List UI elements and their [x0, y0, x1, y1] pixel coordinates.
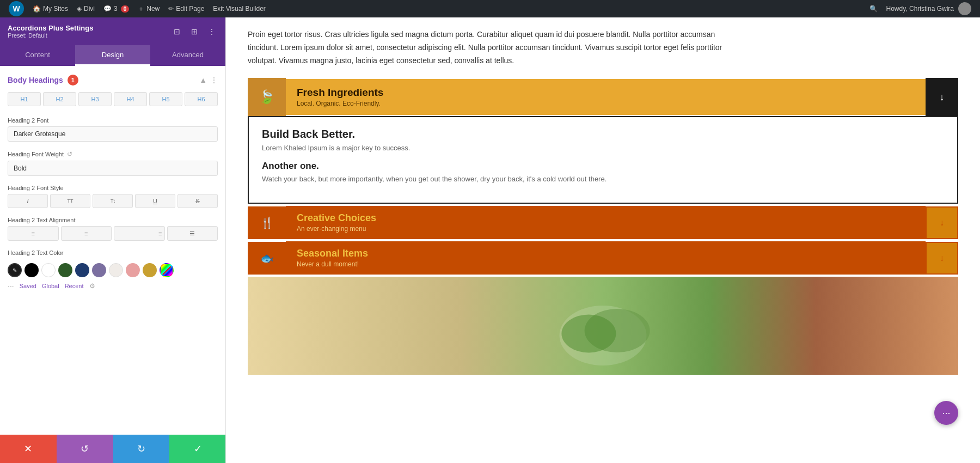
- section-actions: ▲ ⋮: [199, 76, 218, 84]
- align-center-button[interactable]: ≡: [61, 226, 112, 241]
- all-caps-button[interactable]: TT: [50, 194, 90, 208]
- heading2-font-weight-select[interactable]: Bold: [8, 161, 218, 176]
- h1-button[interactable]: H1: [8, 92, 41, 106]
- heading2-text-color-group: Heading 2 Text Color: [0, 245, 225, 256]
- italic-button[interactable]: I: [8, 194, 48, 208]
- comment-icon: 💬: [103, 5, 112, 13]
- page-content-area: Proin eget tortor risus. Cras ultricies …: [226, 17, 980, 386]
- accordion-icon-fresh: 🍃: [248, 78, 286, 116]
- wordpress-logo[interactable]: W: [4, 0, 28, 17]
- floating-options-button[interactable]: ···: [934, 401, 958, 425]
- accordion-body-text1: Lorem Khaled Ipsum is a major key to suc…: [262, 144, 944, 152]
- accordion-header-creative[interactable]: 🍴 Creative Choices An ever-changing menu…: [248, 206, 958, 239]
- settings-icon[interactable]: ⚙: [89, 282, 95, 290]
- cancel-button[interactable]: ✕: [0, 435, 57, 463]
- accordion-body-fresh: Build Back Better. Lorem Khaled Ipsum is…: [248, 116, 958, 204]
- accordion-header-fresh[interactable]: 🍃 Fresh Ingredients Local. Organic. Eco-…: [248, 78, 958, 116]
- pencil-icon: ✏: [168, 5, 174, 13]
- h4-button[interactable]: H4: [114, 92, 147, 106]
- settings-panel: Accordions Plus Settings Preset: Default…: [0, 17, 226, 463]
- swatch-pink[interactable]: [126, 263, 140, 277]
- align-left-button[interactable]: ≡: [8, 226, 59, 241]
- swatch-white[interactable]: [41, 263, 56, 277]
- h3-button[interactable]: H3: [78, 92, 112, 106]
- heading2-font-style-label: Heading 2 Font Style: [8, 185, 218, 191]
- align-justify-button[interactable]: ☰: [167, 226, 218, 241]
- search-link[interactable]: 🔍: [865, 0, 882, 17]
- body-headings-title: Body Headings 1: [8, 75, 78, 86]
- section-more-icon[interactable]: ⋮: [210, 76, 218, 84]
- accordion-seasonal-items: 🐟 Seasonal Items Never a dull moment! ↓: [248, 241, 958, 275]
- swatch-gold[interactable]: [143, 263, 157, 277]
- tab-design[interactable]: Design: [75, 45, 150, 66]
- accordion-toggle-fresh[interactable]: ↓: [926, 78, 958, 116]
- layout-icon[interactable]: ⊞: [188, 26, 200, 38]
- h6-button[interactable]: H6: [185, 92, 218, 106]
- admin-bar: W 🏠 My Sites ◈ Divi 💬 3 0 ＋ New ✏ Edit P…: [0, 0, 980, 17]
- plus-icon: ＋: [138, 4, 144, 14]
- accordion-title-fresh: Fresh Ingredients: [297, 87, 915, 99]
- style-buttons: I TT Tt U S: [8, 194, 218, 208]
- food-image-svg: [248, 277, 958, 375]
- tab-advanced[interactable]: Advanced: [150, 45, 225, 66]
- my-sites-link[interactable]: 🏠 My Sites: [28, 0, 72, 17]
- swatch-light[interactable]: [109, 263, 123, 277]
- global-label[interactable]: Global: [42, 283, 59, 289]
- h5-button[interactable]: H5: [149, 92, 182, 106]
- underline-button[interactable]: U: [135, 194, 175, 208]
- panel-preset: Preset: Default: [8, 32, 93, 39]
- admin-bar-right: 🔍 Howdy, Christina Gwira: [865, 0, 976, 17]
- dots-circle-icon: ···: [942, 407, 950, 419]
- accordion-fresh-ingredients: 🍃 Fresh Ingredients Local. Organic. Eco-…: [248, 78, 958, 204]
- swatch-purple[interactable]: [92, 263, 106, 277]
- recent-label[interactable]: Recent: [65, 283, 84, 289]
- color-picker-button[interactable]: ✎: [8, 263, 22, 277]
- new-link[interactable]: ＋ New: [133, 0, 164, 17]
- swatch-rainbow[interactable]: [160, 263, 174, 277]
- save-button[interactable]: ✓: [169, 435, 226, 463]
- title-case-button[interactable]: Tt: [93, 194, 133, 208]
- more-icon[interactable]: ⋮: [206, 26, 218, 38]
- comments-link[interactable]: 💬 3 0: [99, 0, 133, 17]
- divi-link[interactable]: ◈ Divi: [72, 0, 99, 17]
- swatch-dark-blue[interactable]: [75, 263, 89, 277]
- more-dots-icon[interactable]: ···: [8, 282, 14, 290]
- accordion-header-seasonal[interactable]: 🐟 Seasonal Items Never a dull moment! ↓: [248, 241, 958, 275]
- accordion-title-creative: Creative Choices: [297, 212, 915, 224]
- accordion-subtitle-creative: An ever-changing menu: [297, 225, 915, 233]
- search-icon: 🔍: [869, 5, 878, 13]
- accordion-toggle-seasonal[interactable]: ↓: [926, 242, 958, 275]
- align-right-button[interactable]: ≡: [114, 226, 165, 241]
- align-left-icon: ≡: [32, 230, 35, 237]
- panel-title: Accordions Plus Settings: [8, 24, 93, 32]
- page-preview: Proin eget tortor risus. Cras ultricies …: [226, 17, 980, 463]
- panel-header-icons: ⊡ ⊞ ⋮: [171, 26, 218, 38]
- font-weight-reset-icon[interactable]: ↺: [67, 150, 72, 158]
- heading2-font-select[interactable]: Darker Grotesque: [8, 126, 218, 142]
- edit-page-link[interactable]: ✏ Edit Page: [164, 0, 209, 17]
- swatch-black[interactable]: [24, 263, 39, 277]
- accordion-toggle-creative[interactable]: ↓: [926, 206, 958, 239]
- tab-content[interactable]: Content: [0, 45, 75, 66]
- comment-count-badge: 0: [121, 5, 130, 13]
- exit-visual-builder-link[interactable]: Exit Visual Builder: [209, 0, 270, 17]
- svg-point-3: [561, 315, 616, 353]
- strikethrough-button[interactable]: S: [177, 194, 218, 208]
- accordion-subtitle-seasonal: Never a dull moment!: [297, 260, 915, 268]
- redo-button[interactable]: ↻: [113, 435, 170, 463]
- heading2-text-color-label: Heading 2 Text Color: [8, 249, 218, 256]
- undo-button[interactable]: ↺: [57, 435, 113, 463]
- align-justify-icon: ☰: [189, 230, 195, 236]
- align-buttons: ≡ ≡ ≡ ☰: [8, 226, 218, 241]
- howdy-user[interactable]: Howdy, Christina Gwira: [882, 0, 976, 17]
- house-icon: 🏠: [33, 5, 41, 13]
- h2-button[interactable]: H2: [43, 92, 76, 106]
- heading2-font-group: Heading 2 Font Darker Grotesque: [0, 113, 225, 146]
- saved-label[interactable]: Saved: [20, 283, 36, 289]
- fullscreen-icon[interactable]: ⊡: [171, 26, 183, 38]
- utensils-icon: 🍴: [260, 216, 274, 229]
- heading2-font-label: Heading 2 Font: [8, 117, 218, 124]
- swatch-dark-green[interactable]: [58, 263, 72, 277]
- collapse-icon[interactable]: ▲: [199, 76, 207, 84]
- accordion-subtitle-fresh: Local. Organic. Eco-Friendly.: [297, 100, 915, 107]
